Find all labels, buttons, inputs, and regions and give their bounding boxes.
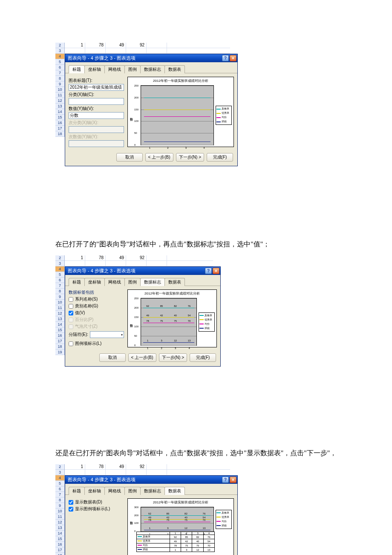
show-data-table-checkbox[interactable]: 显示数据表(D) <box>69 499 124 505</box>
help-icon[interactable]: ? <box>222 477 229 483</box>
row-headers: 23456789101112131415161718 <box>55 43 65 137</box>
tab-2[interactable]: 网格线 <box>104 65 125 73</box>
chart-preview: 2012年初一年级实验班成绩对比分析 分数 050100150200250123… <box>127 77 234 147</box>
help-icon[interactable]: ? <box>222 55 229 61</box>
titles-form: 图表标题(T): 2012年初一年级实验班成绩 分类(X)轴(C): 数值(Y)… <box>69 77 124 147</box>
tab-3[interactable]: 图例 <box>124 487 141 495</box>
tab-1[interactable]: 坐标轴 <box>84 487 105 495</box>
category-axis-label: 分类(X)轴(C): <box>69 92 124 98</box>
chart-preview: 2012年初一年级实验班成绩对比分析 分数 050100150200250123… <box>127 289 217 347</box>
percent-checkbox: 百分比(P) <box>69 317 124 323</box>
tab-1[interactable]: 坐标轴 <box>84 65 105 73</box>
chart-wizard-step3-titles: 图表向导 - 4 步骤之 3 - 图表选项 ? × 标题坐标轴网格线图例数据标志… <box>65 54 238 166</box>
next-button[interactable]: 下一步(N) > <box>159 353 187 362</box>
value-axis-input[interactable]: 分数 <box>69 112 124 119</box>
finish-button[interactable]: 完成(F) <box>207 153 233 162</box>
window-title: 图表向导 - 4 步骤之 3 - 图表选项 <box>68 477 221 483</box>
secondary-category-input <box>69 126 124 133</box>
tab-3[interactable]: 图例 <box>124 278 141 286</box>
tab-0[interactable]: 标题 <box>69 65 85 73</box>
separator-select[interactable] <box>90 331 124 338</box>
back-button[interactable]: < 上一步(B) <box>128 353 156 362</box>
back-button[interactable]: < 上一步(B) <box>145 153 173 162</box>
screenshot-3: 2345678910111213141516171819 1784992 图表向… <box>55 464 230 555</box>
tabs: 标题坐标轴网格线图例数据标志数据表 <box>65 62 237 73</box>
category-axis-input[interactable] <box>69 98 124 105</box>
next-button[interactable]: 下一步(N) > <box>176 153 205 162</box>
chart-wizard-step3-datalabels: 图表向导 - 4 步骤之 3 - 图表选项 ? × 标题坐标轴网格线图例数据标志… <box>65 266 221 367</box>
chart-preview: 2012年初一年级实验班成绩对比分析 分数 010020030012349285… <box>127 498 234 555</box>
window-title: 图表向导 - 4 步骤之 3 - 图表选项 <box>68 268 204 274</box>
close-icon[interactable]: × <box>213 268 219 274</box>
help-icon[interactable]: ? <box>205 268 212 274</box>
series-name-checkbox[interactable]: 系列名称(S) <box>69 296 124 302</box>
data-labels-group: 数据标签包括 <box>69 289 124 295</box>
value-checkbox[interactable]: 值(V) <box>69 310 124 316</box>
bubble-size-checkbox: 气泡尺寸(Z) <box>69 324 124 330</box>
tab-2[interactable]: 网格线 <box>104 487 125 495</box>
tab-0[interactable]: 标题 <box>69 278 85 286</box>
separator-label: 分隔符(E): <box>69 332 88 338</box>
tab-4[interactable]: 数据标志 <box>140 278 165 286</box>
secondary-value-input <box>69 140 124 147</box>
secondary-category-label: 次分类(X)轴(X): <box>69 120 124 126</box>
legend-key-checkbox[interactable]: 图例项标示(L) <box>69 341 124 347</box>
tab-4[interactable]: 数据标志 <box>140 487 165 495</box>
chart-title-label: 图表标题(T): <box>69 78 124 84</box>
screenshot-1: 23456789101112131415161718 1784992 图表向导 … <box>55 43 230 231</box>
cancel-button[interactable]: 取消 <box>99 353 126 362</box>
secondary-value-label: 次数值(Y)轴(Y): <box>69 134 124 140</box>
close-icon[interactable]: × <box>230 477 236 483</box>
cancel-button[interactable]: 取消 <box>116 153 143 162</box>
category-name-checkbox[interactable]: 类别名称(G) <box>69 303 124 309</box>
legend: 及格率优秀率均分班级 <box>216 106 232 125</box>
chart-wizard-step3-datatable: 图表向导 - 4 步骤之 3 - 图表选项 ? × 标题坐标轴网格线图例数据标志… <box>65 475 238 555</box>
tab-5[interactable]: 数据表 <box>164 65 185 73</box>
close-icon[interactable]: × <box>230 55 236 61</box>
value-axis-label: 数值(Y)轴(V): <box>69 106 124 112</box>
titlebar: 图表向导 - 4 步骤之 3 - 图表选项 ? × <box>65 54 237 62</box>
paragraph-2: 还是在已打开的"图表向导"对话框中，点击"数据表"按扭，选中"显示数据表"，点击… <box>55 446 366 460</box>
screenshot-2: 2345678910111213141516171819 1784992 图表向… <box>55 255 213 440</box>
tab-4[interactable]: 数据标志 <box>140 65 165 73</box>
tab-1[interactable]: 坐标轴 <box>84 278 105 286</box>
paragraph-1: 在已打开了的"图表向导"对话框中，再点击"数据标志"按扭，选中"值"； <box>55 237 366 251</box>
tab-0[interactable]: 标题 <box>69 487 85 495</box>
window-title: 图表向导 - 4 步骤之 3 - 图表选项 <box>68 55 221 61</box>
finish-button[interactable]: 完成(F) <box>190 353 216 362</box>
tab-5[interactable]: 数据表 <box>164 278 185 286</box>
tab-5[interactable]: 数据表 <box>164 487 185 495</box>
tab-2[interactable]: 网格线 <box>104 278 125 286</box>
chart-title-input[interactable]: 2012年初一年级实验班成绩 <box>69 84 124 91</box>
tab-3[interactable]: 图例 <box>124 65 141 73</box>
show-legend-keys-checkbox[interactable]: 显示图例项标示(L) <box>69 506 124 512</box>
